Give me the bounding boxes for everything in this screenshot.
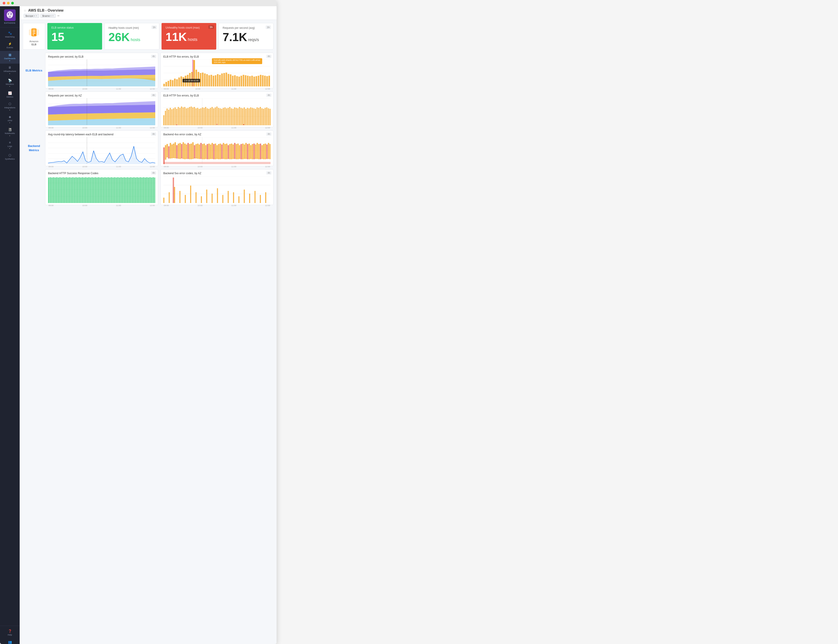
svg-rect-326 <box>212 194 213 203</box>
star-icon[interactable]: ☆ <box>24 9 26 12</box>
svg-rect-333 <box>249 194 250 203</box>
sidebar-item-help[interactable]: ❓ Help <box>0 627 20 638</box>
svg-rect-106 <box>191 107 192 125</box>
svg-rect-107 <box>193 107 193 125</box>
svg-rect-91 <box>166 108 168 125</box>
sidebar-item-watchdog[interactable]: 🐾 Watchdog <box>0 29 20 40</box>
svg-rect-198 <box>205 145 206 159</box>
sidebar-nav: 🐾 Watchdog ⚡ Events ▦ Dashboards ▸ 🖥 Inf… <box>0 28 20 626</box>
svg-rect-263 <box>75 177 77 203</box>
chart-req-az-area[interactable]: 09:00 10:00 11:00 12:00 <box>48 99 155 125</box>
svg-rect-117 <box>208 109 209 125</box>
chart-elb-5xx-area[interactable]: 09:00 10:00 11:00 12:00 <box>163 99 270 125</box>
requests-badge: 1h <box>266 25 271 29</box>
svg-rect-197 <box>204 144 205 159</box>
svg-rect-301 <box>137 177 138 203</box>
svg-rect-270 <box>87 177 88 203</box>
svg-rect-51 <box>213 76 214 86</box>
backend-4xx-x-labels: 09:00 10:00 11:00 12:00 <box>163 166 270 168</box>
svg-rect-42 <box>193 60 195 86</box>
sidebar-item-dashboards[interactable]: ▦ Dashboards ▸ <box>0 51 20 64</box>
svg-rect-96 <box>175 107 176 125</box>
svg-point-5 <box>11 14 12 15</box>
svg-point-4 <box>8 14 9 15</box>
svg-rect-334 <box>254 191 255 203</box>
svg-rect-116 <box>207 108 208 125</box>
chart-elb-4xx-badge: 4h <box>266 55 272 58</box>
svg-rect-100 <box>181 107 182 125</box>
svg-rect-227 <box>252 144 253 159</box>
sidebar-item-synthetics[interactable]: ⬡ Synthetics <box>0 151 20 162</box>
svg-rect-274 <box>93 177 94 203</box>
svg-rect-335 <box>260 195 261 203</box>
svg-rect-276 <box>96 177 98 203</box>
svg-rect-272 <box>90 177 91 203</box>
scope-filter[interactable]: $scope ▾ ✕ <box>24 14 39 18</box>
svg-rect-12 <box>32 31 36 32</box>
svg-rect-154 <box>268 108 269 125</box>
elb-logo-card: AmazonELB <box>23 23 45 49</box>
svg-rect-271 <box>88 177 90 203</box>
svg-rect-64 <box>240 76 242 86</box>
svg-rect-323 <box>196 192 197 203</box>
sidebar-item-monitors[interactable]: 📡 Monitors ▸ <box>0 77 20 89</box>
svg-rect-209 <box>223 143 224 159</box>
sidebar-item-team[interactable]: 👥 Team <box>0 638 20 644</box>
svg-rect-125 <box>221 109 222 125</box>
svg-rect-248 <box>51 177 53 203</box>
svg-rect-265 <box>79 177 80 203</box>
chart-backend-4xx-badge: 4h <box>266 132 272 136</box>
svg-rect-217 <box>236 144 237 159</box>
chart-elb-5xx-title: ELB HTTP 5xx errors, by ELB <box>163 94 270 97</box>
svg-rect-246 <box>48 177 49 203</box>
svg-rect-188 <box>189 144 190 159</box>
svg-rect-303 <box>140 177 141 203</box>
svg-rect-195 <box>201 143 202 159</box>
svg-rect-306 <box>145 177 146 203</box>
svg-rect-281 <box>104 177 106 203</box>
name-filter[interactable]: $name ▾ ✕ <box>40 14 56 18</box>
backend-metrics-link[interactable]: Backend Metrics <box>25 144 43 152</box>
svg-rect-108 <box>194 107 195 125</box>
sidebar-item-infrastructure[interactable]: 🖥 Infrastructure ▸ <box>0 64 20 76</box>
elb-metrics-link[interactable]: ELB Metrics <box>25 69 42 72</box>
name-dropdown-icon: ▾ <box>51 15 51 17</box>
chart-req-per-sec-elb-area[interactable]: 09:00 10:00 11:00 12:00 <box>48 60 155 86</box>
close-button[interactable] <box>3 2 5 5</box>
team-icon: 👥 <box>8 640 12 644</box>
sidebar-item-apm[interactable]: ◈ APM ▸ <box>0 113 20 126</box>
svg-rect-260 <box>71 177 72 203</box>
svg-rect-63 <box>239 77 240 86</box>
sidebar-item-notebooks[interactable]: 📓 Notebooks ▸ <box>0 126 20 138</box>
svg-rect-174 <box>166 144 168 158</box>
svg-rect-249 <box>53 177 54 203</box>
sidebar-item-metrics[interactable]: 📈 Metrics <box>0 89 20 100</box>
svg-rect-139 <box>244 107 245 125</box>
svg-rect-120 <box>213 108 214 125</box>
events-icon: ⚡ <box>8 42 12 46</box>
sidebar-item-events[interactable]: ⚡ Events <box>0 40 20 51</box>
integrations-icon: ⬡ <box>8 102 11 106</box>
svg-rect-176 <box>170 143 171 159</box>
svg-rect-105 <box>189 107 190 125</box>
svg-rect-228 <box>254 144 255 159</box>
svg-rect-250 <box>54 177 56 203</box>
maximize-button[interactable] <box>11 2 14 5</box>
sidebar-item-integrations[interactable]: ⬡ Integrations ▸ <box>0 100 20 113</box>
chart-elb-4xx: ELB HTTP 4xx errors, by ELB 4h host:alb-… <box>160 53 273 89</box>
synthetics-icon: ⬡ <box>8 153 11 157</box>
svg-rect-318 <box>169 192 170 203</box>
sidebar: DATADOG 🐾 Watchdog ⚡ Events ▦ Dashboards… <box>0 6 20 644</box>
svg-rect-132 <box>232 109 234 125</box>
svg-rect-259 <box>69 177 70 203</box>
chart-success-area[interactable]: 09:00 10:00 11:00 12:00 <box>48 176 155 203</box>
chart-backend-5xx-area[interactable]: 09:00 10:00 11:00 12:00 <box>163 176 270 203</box>
svg-rect-223 <box>245 143 247 159</box>
sidebar-item-logs[interactable]: ≡ Logs ▸ <box>0 139 20 151</box>
chart-backend-4xx-area[interactable]: 09:00 10:00 11:00 12:00 <box>163 137 270 164</box>
metrics-icon: 📈 <box>8 91 12 95</box>
edit-icon[interactable]: ✏ <box>57 14 60 18</box>
svg-rect-325 <box>206 190 207 203</box>
minimize-button[interactable] <box>7 2 10 5</box>
chart-latency-area[interactable]: 09:00 10:00 11:00 12:00 <box>48 137 155 164</box>
